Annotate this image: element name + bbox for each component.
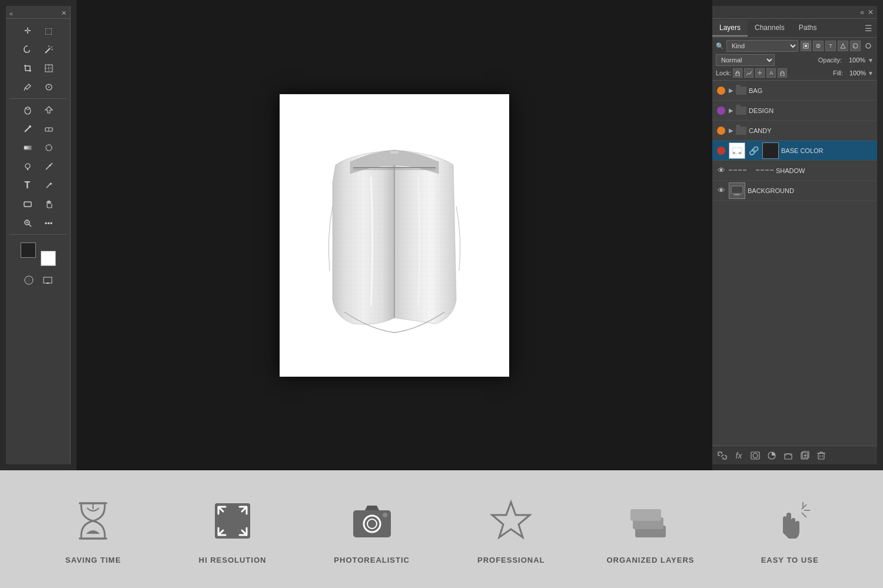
opacity-dropdown-btn[interactable]: ▼	[868, 57, 874, 64]
lock-position-btn[interactable]: ✛	[755, 68, 765, 78]
filter-toggle-icon[interactable]	[863, 41, 874, 51]
layer-thumb-mask	[762, 142, 779, 159]
fx-btn[interactable]: fx	[732, 449, 745, 462]
tab-channels[interactable]: Channels	[748, 20, 792, 36]
text-tool[interactable]: T	[18, 177, 38, 194]
panel-collapse-btn[interactable]: «	[860, 8, 864, 16]
lock-label: Lock:	[716, 69, 731, 77]
shape-tool[interactable]	[18, 196, 38, 212]
layer-item-shadow[interactable]: 👁 SHADOW	[712, 161, 877, 181]
path-select-tool[interactable]	[39, 177, 59, 194]
layer-item-background[interactable]: 👁 BACKGROUND	[712, 181, 877, 201]
group-btn[interactable]	[782, 449, 795, 462]
lock-all-btn[interactable]	[778, 68, 787, 78]
toolbar-close-btn[interactable]: ✕	[61, 9, 67, 17]
hand-tool[interactable]	[39, 196, 59, 212]
chevron-design[interactable]: ▶	[729, 107, 733, 114]
blend-mode-select[interactable]: Normal	[716, 54, 775, 66]
lock-transparent-btn[interactable]	[733, 68, 742, 78]
panel-footer: fx	[712, 446, 877, 464]
layer-item-base-color[interactable]: 🔗 BASE COLOR	[712, 141, 877, 161]
eraser-tool[interactable]	[39, 121, 59, 137]
healing-tool[interactable]	[18, 102, 38, 118]
hourglass-icon	[67, 494, 119, 547]
eye-btn-bag[interactable]	[716, 85, 726, 96]
layer-item-design[interactable]: ▶ DESIGN	[712, 101, 877, 121]
eye-btn-design[interactable]	[716, 105, 726, 116]
svg-rect-33	[44, 277, 52, 283]
eyedropper-tool[interactable]	[18, 79, 38, 95]
link-layers-btn[interactable]	[716, 449, 729, 462]
blur-tool[interactable]	[39, 139, 59, 156]
marquee-tool[interactable]: ⬚	[39, 22, 59, 39]
fill-dropdown-btn[interactable]: ▼	[868, 70, 874, 77]
svg-rect-52	[731, 186, 743, 194]
eye-btn-candy[interactable]	[716, 125, 726, 136]
feature-saving-time: SAVING TIME	[46, 494, 140, 564]
toolbar-collapse-btn[interactable]: «	[9, 9, 13, 17]
gradient-tool[interactable]	[18, 139, 38, 156]
svg-line-28	[29, 224, 31, 227]
chevron-candy[interactable]: ▶	[729, 127, 733, 134]
tab-layers[interactable]: Layers	[712, 20, 748, 36]
stamp-tool[interactable]	[39, 102, 59, 118]
filter-adjust-icon[interactable]	[813, 41, 824, 51]
svg-point-32	[26, 278, 31, 283]
blend-row: Normal Opacity: 100% ▼	[716, 54, 874, 66]
layer-name-candy: CANDY	[749, 127, 874, 134]
adjustment-btn[interactable]	[765, 449, 778, 462]
eye-btn-background[interactable]: 👁	[716, 185, 726, 196]
eye-btn-base-color[interactable]	[716, 145, 726, 156]
svg-marker-76	[492, 502, 530, 537]
filter-shape-icon[interactable]	[838, 41, 848, 51]
filter-smart-icon[interactable]: i	[850, 41, 861, 51]
new-layer-btn[interactable]	[798, 449, 811, 462]
brush-tool[interactable]	[18, 121, 38, 137]
crop-tool[interactable]	[18, 60, 38, 77]
shadow-line-icon-2	[756, 170, 774, 171]
dodge-tool[interactable]	[18, 158, 38, 175]
ruler-tool[interactable]	[39, 79, 59, 95]
svg-point-75	[383, 513, 387, 517]
feature-label-photorealistic: PHOTOREALISTIC	[334, 556, 410, 564]
panel-menu-icon[interactable]: ☰	[865, 24, 872, 33]
add-mask-btn[interactable]	[749, 449, 762, 462]
pen-tool[interactable]	[39, 158, 59, 175]
eye-btn-shadow[interactable]: 👁	[716, 165, 726, 176]
svg-point-51	[739, 152, 741, 154]
layer-name-shadow: SHADOW	[776, 167, 874, 174]
move-tool[interactable]: ✛	[18, 22, 38, 39]
lock-image-btn[interactable]	[744, 68, 753, 78]
zoom-tool[interactable]	[18, 215, 38, 231]
svg-line-2	[51, 46, 52, 48]
lasso-tool[interactable]	[18, 41, 38, 58]
feature-label-saving-time: SAVING TIME	[65, 556, 121, 564]
svg-line-11	[24, 88, 25, 91]
svg-rect-79	[630, 509, 661, 521]
filter-text-icon[interactable]: T	[825, 41, 836, 51]
chevron-bag[interactable]: ▶	[729, 87, 733, 94]
feature-label-organized-layers: ORGANIZED LAYERS	[606, 556, 694, 564]
layer-list: ▶ BAG ▶ DESIGN ▶ CANDY	[712, 81, 877, 446]
tab-paths[interactable]: Paths	[792, 20, 824, 36]
screen-mode-btn[interactable]	[39, 272, 56, 288]
svg-marker-43	[841, 44, 845, 48]
filter-pixel-icon[interactable]	[801, 41, 811, 51]
svg-point-50	[733, 152, 735, 154]
quick-mask-btn[interactable]	[21, 272, 37, 288]
color-swatches[interactable]	[21, 242, 56, 266]
slice-tool[interactable]	[39, 60, 59, 77]
background-color[interactable]	[41, 251, 56, 266]
layer-name-bag: BAG	[749, 87, 874, 94]
layer-item-bag[interactable]: ▶ BAG	[712, 81, 877, 101]
kind-select[interactable]: Kind	[726, 40, 798, 52]
panel-close-btn[interactable]: ✕	[868, 8, 874, 16]
foreground-color[interactable]	[21, 242, 36, 258]
extra-tool[interactable]: •••	[39, 215, 59, 231]
delete-layer-btn[interactable]	[815, 449, 828, 462]
magic-wand-tool[interactable]	[39, 41, 59, 58]
lock-artboard-btn[interactable]: A	[766, 68, 776, 78]
layer-item-candy[interactable]: ▶ CANDY	[712, 121, 877, 141]
layer-thumb-background	[729, 182, 745, 199]
hand-point-icon	[764, 494, 816, 547]
